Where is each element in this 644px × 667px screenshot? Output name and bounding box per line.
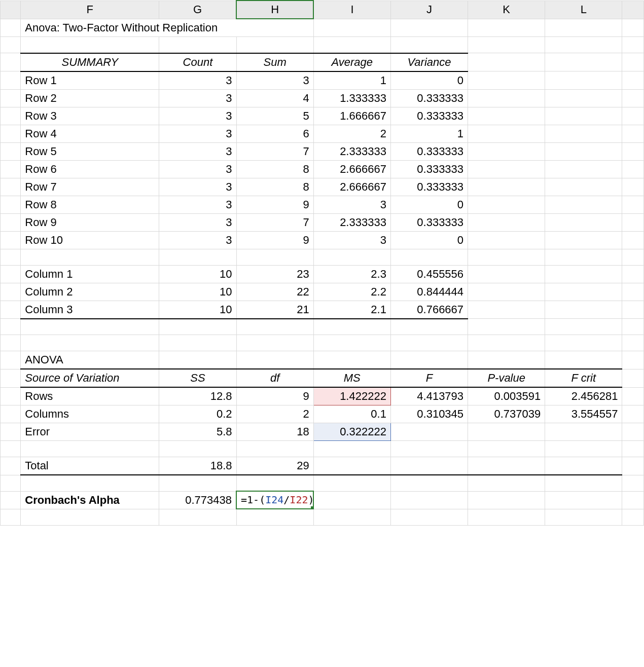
col-F[interactable]: F [21,1,159,19]
row-stub[interactable] [1,178,21,196]
table-row: Error 5.8 18 0.322222 [1,423,644,441]
formula-prefix: =1-( [241,494,265,506]
anova-ss[interactable]: SS [159,369,236,387]
row-stub[interactable] [1,319,21,335]
cell-title[interactable]: Anova: Two-Factor Without Replication [21,19,313,37]
row-stub[interactable] [1,71,21,90]
cell[interactable] [545,19,622,37]
formula-slash: / [283,494,290,506]
column-header-row: F G H I J K L [1,1,644,19]
row-blank [1,37,644,53]
row-stub[interactable] [1,283,21,301]
formula-ref-i24: I24 [265,494,283,506]
col-L[interactable]: L [545,1,622,19]
table-row: Column 110232.30.455556 [1,265,644,283]
summary-label[interactable]: SUMMARY [21,53,159,71]
row-stub[interactable] [1,107,21,125]
anova-src[interactable]: Source of Variation [21,369,159,387]
cell[interactable] [622,19,644,37]
col-H[interactable]: H [236,1,313,19]
row-stub[interactable] [1,160,21,178]
spreadsheet: F G H I J K L Anova: Two-Factor Without … [0,0,644,526]
table-row: Row 5372.3333330.333333 [1,142,644,160]
row-stub[interactable] [1,509,21,525]
row-title: Anova: Two-Factor Without Replication [1,19,644,37]
table-row: Columns 0.2 2 0.1 0.310345 0.737039 3.55… [1,405,644,423]
col-end[interactable] [622,1,644,19]
row-blank [1,509,644,525]
table-row: Column 310212.10.766667 [1,301,644,319]
row-stub[interactable] [1,475,21,491]
row-anova-title: ANOVA [1,351,644,369]
cronbach-label[interactable]: Cronbach's Alpha [21,491,159,509]
table-row: Row 13310 [1,71,644,90]
row-stub[interactable] [1,335,21,351]
table-row: Row 6382.6666670.333333 [1,160,644,178]
row-stub[interactable] [1,231,21,249]
row-stub[interactable] [1,301,21,319]
row-stub[interactable] [1,265,21,283]
row-stub[interactable] [1,369,21,387]
table-row: Row 83930 [1,196,644,213]
col-J[interactable]: J [390,1,468,19]
anova-f[interactable]: F [390,369,468,387]
row-blank [1,319,644,335]
table-row: Row 9372.3333330.333333 [1,213,644,231]
row-blank [1,475,644,491]
row-stub[interactable] [1,249,21,265]
table-row: Row 2341.3333330.333333 [1,89,644,107]
cell-ms-error[interactable]: 0.322222 [313,423,390,441]
row-stub[interactable] [1,53,21,71]
row-stub[interactable] [1,457,21,475]
row-anova-header: Source of Variation SS df MS F P-value F… [1,369,644,387]
table-row: Row 3351.6666670.333333 [1,107,644,125]
grid-table[interactable]: F G H I J K L Anova: Two-Factor Without … [0,0,644,526]
row-stub[interactable] [1,196,21,213]
row-stub[interactable] [1,89,21,107]
formula-cell[interactable]: =1-(I24/I22) [236,491,313,509]
row-stub[interactable] [1,351,21,369]
fill-handle[interactable] [311,506,313,509]
summary-avg[interactable]: Average [313,53,390,71]
summary-count[interactable]: Count [159,53,236,71]
table-row: Row 7382.6666670.333333 [1,178,644,196]
row-summary-header: SUMMARY Count Sum Average Variance [1,53,644,71]
anova-title[interactable]: ANOVA [21,351,159,369]
row-stub[interactable] [1,423,21,441]
row-stub[interactable] [1,213,21,231]
summary-var[interactable]: Variance [390,53,468,71]
formula-ref-i22: I22 [290,494,308,506]
col-K[interactable]: K [468,1,545,19]
anova-df[interactable]: df [236,369,313,387]
cell[interactable] [468,19,545,37]
row-anova-total: Total 18.8 29 [1,457,644,475]
row-stub[interactable] [1,387,21,405]
cronbach-value[interactable]: 0.773438 [159,491,236,509]
row-cronbach: Cronbach's Alpha 0.773438 =1-(I24/I22) [1,491,644,509]
row-stub[interactable] [1,405,21,423]
table-row: Rows 12.8 9 1.422222 4.413793 0.003591 2… [1,387,644,405]
row-stub[interactable] [1,441,21,457]
row-stub[interactable] [1,37,21,53]
row-stub[interactable] [1,142,21,160]
table-row: Row 103930 [1,231,644,249]
row-stub[interactable] [1,125,21,142]
row-blank [1,249,644,265]
summary-sum[interactable]: Sum [236,53,313,71]
cell[interactable] [390,19,468,37]
anova-ms[interactable]: MS [313,369,390,387]
cell[interactable] [313,19,390,37]
col-G[interactable]: G [159,1,236,19]
col-stub[interactable] [1,1,21,19]
table-row: Row 43621 [1,125,644,142]
table-row: Column 210222.20.844444 [1,283,644,301]
row-stub[interactable] [1,491,21,509]
row-blank [1,441,644,457]
col-I[interactable]: I [313,1,390,19]
formula-close: ) [308,494,313,506]
row-blank [1,335,644,351]
row-stub[interactable] [1,19,21,37]
anova-fc[interactable]: F crit [545,369,622,387]
anova-p[interactable]: P-value [468,369,545,387]
cell-ms-rows[interactable]: 1.422222 [313,387,390,405]
